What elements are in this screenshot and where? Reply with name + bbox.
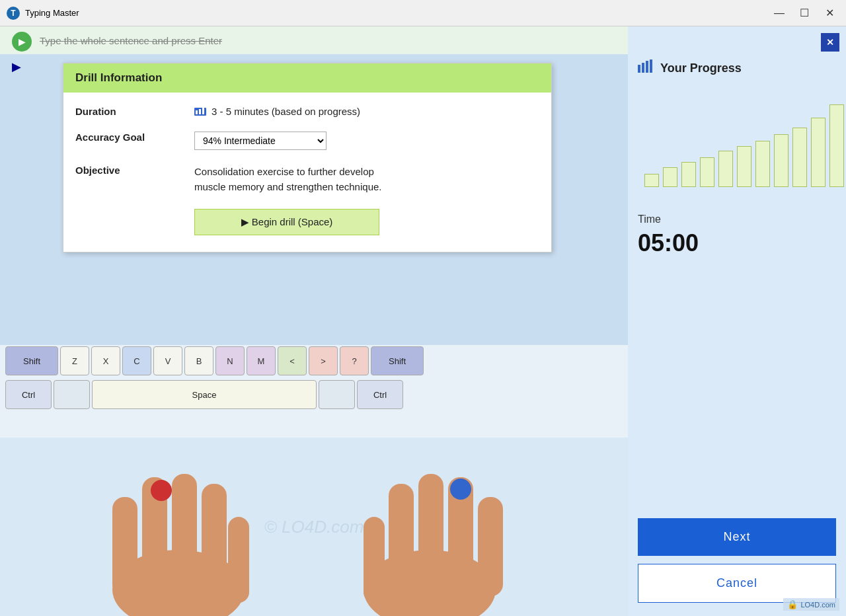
- watermark-text: LO4D.com: [800, 601, 835, 609]
- modal-header: Drill Information: [63, 63, 551, 93]
- instruction-bar: ▶ Type the whole sentence and press Ente…: [0, 26, 628, 54]
- modal-body: Duration 3 - 5 minutes (based on progres…: [63, 93, 551, 252]
- svg-rect-15: [478, 497, 503, 596]
- key-x[interactable]: X: [91, 346, 120, 375]
- svg-rect-13: [418, 474, 443, 593]
- panel-close-button[interactable]: ✕: [821, 33, 839, 52]
- bar-4: [718, 151, 733, 187]
- svg-rect-12: [389, 484, 414, 593]
- bar-1: [663, 167, 677, 187]
- accuracy-value: 90% Beginner 94% Intermediate 98% Advanc…: [194, 132, 327, 150]
- window-controls: — ☐ ✕: [769, 7, 839, 20]
- svg-rect-3: [202, 108, 204, 114]
- key-c[interactable]: C: [122, 346, 151, 375]
- svg-rect-7: [172, 474, 197, 593]
- progress-section: Your Progress: [638, 59, 836, 194]
- progress-title: Your Progress: [660, 61, 742, 75]
- svg-rect-2: [199, 109, 201, 114]
- minimize-button[interactable]: —: [769, 7, 789, 20]
- bar-5: [737, 146, 751, 187]
- key-slash[interactable]: ?: [340, 346, 369, 375]
- second-row: ▶: [12, 59, 21, 74]
- instruction-text: Type the whole sentence and press Enter: [40, 35, 222, 46]
- drill-info-modal: Drill Information Duration 3 - 5 minutes…: [63, 63, 552, 252]
- begin-drill-button[interactable]: ▶ Begin drill (Space): [194, 209, 379, 235]
- bar-0: [644, 174, 659, 187]
- accuracy-label: Accuracy Goal: [75, 132, 194, 143]
- progress-header: Your Progress: [638, 59, 836, 77]
- arrow-icon: ▶: [12, 59, 21, 74]
- svg-rect-9: [228, 517, 249, 603]
- duration-row: Duration 3 - 5 minutes (based on progres…: [75, 106, 539, 117]
- progress-icon: [638, 59, 654, 77]
- objective-row: Objective Consolidation exercise to furt…: [75, 165, 539, 194]
- duration-icon: [194, 106, 206, 117]
- duration-value: 3 - 5 minutes (based on progress): [194, 106, 360, 117]
- duration-text: 3 - 5 minutes (based on progress): [212, 106, 360, 117]
- key-alt-left[interactable]: [54, 380, 90, 409]
- objective-text: Consolidation exercise to further develo…: [194, 165, 381, 194]
- left-area: ▶ Type the whole sentence and press Ente…: [0, 26, 628, 616]
- svg-rect-11: [364, 517, 385, 603]
- close-button[interactable]: ✕: [820, 7, 839, 20]
- accuracy-select[interactable]: 90% Beginner 94% Intermediate 98% Advanc…: [194, 132, 327, 150]
- next-button[interactable]: Next: [638, 518, 836, 556]
- play-button[interactable]: ▶: [12, 32, 32, 52]
- watermark-icon: 🔒: [787, 599, 798, 609]
- app-title: Typing Master: [25, 8, 769, 18]
- key-m[interactable]: M: [247, 346, 276, 375]
- accuracy-row: Accuracy Goal 90% Beginner 94% Intermedi…: [75, 132, 539, 150]
- svg-rect-17: [642, 63, 644, 73]
- key-b[interactable]: B: [184, 346, 213, 375]
- svg-rect-18: [646, 61, 648, 73]
- key-ctrl-left[interactable]: Ctrl: [5, 380, 52, 409]
- hands-svg: [0, 438, 595, 616]
- key-z[interactable]: Z: [60, 346, 89, 375]
- bar-8: [792, 128, 807, 187]
- key-shift-right[interactable]: Shift: [371, 346, 424, 375]
- right-panel: ✕ Your Progress Time 05:0: [628, 26, 846, 616]
- svg-rect-5: [112, 497, 137, 596]
- key-period[interactable]: >: [309, 346, 338, 375]
- keyboard-row-space: Ctrl Space Ctrl: [0, 379, 628, 410]
- key-v[interactable]: V: [153, 346, 182, 375]
- finger-dot-blue: [450, 479, 471, 500]
- bar-7: [774, 134, 788, 187]
- bar-10: [829, 104, 844, 187]
- maximize-button[interactable]: ☐: [794, 7, 814, 20]
- finger-dot-red: [151, 480, 172, 501]
- titlebar: T Typing Master — ☐ ✕: [0, 0, 846, 26]
- keyboard-area: Shift Z X C V B N M < > ? Shift Ctrl Spa…: [0, 345, 628, 438]
- hands-area: © LO4D.com: [0, 438, 628, 616]
- svg-rect-8: [202, 484, 227, 593]
- keyboard-row-bottom: Shift Z X C V B N M < > ? Shift: [0, 345, 628, 377]
- time-label: Time: [638, 213, 836, 225]
- time-section: Time 05:00: [638, 213, 836, 257]
- objective-label: Objective: [75, 165, 194, 176]
- svg-rect-19: [650, 59, 652, 73]
- cancel-button[interactable]: Cancel: [638, 564, 836, 603]
- key-space[interactable]: Space: [92, 380, 317, 409]
- svg-rect-16: [638, 65, 640, 73]
- svg-rect-1: [196, 110, 198, 114]
- time-value: 05:00: [638, 229, 836, 257]
- app-icon: T: [7, 7, 20, 20]
- key-shift-left[interactable]: Shift: [5, 346, 58, 375]
- key-comma[interactable]: <: [278, 346, 307, 375]
- key-n[interactable]: N: [215, 346, 245, 375]
- bar-6: [755, 141, 770, 187]
- main-content: ▶ Type the whole sentence and press Ente…: [0, 26, 846, 616]
- key-alt-right[interactable]: [319, 380, 355, 409]
- bar-9: [811, 118, 826, 187]
- key-ctrl-right[interactable]: Ctrl: [357, 380, 403, 409]
- bar-3: [700, 157, 714, 187]
- bar-2: [681, 162, 696, 187]
- watermark: 🔒 LO4D.com: [783, 598, 839, 611]
- progress-chart: [644, 88, 836, 194]
- duration-label: Duration: [75, 106, 194, 117]
